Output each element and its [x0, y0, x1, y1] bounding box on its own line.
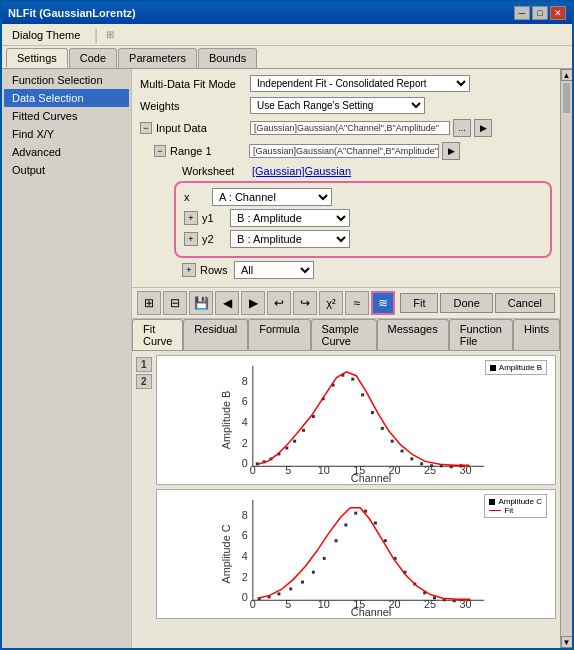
svg-rect-33	[410, 457, 413, 460]
sidebar-item-advanced[interactable]: Advanced	[4, 143, 129, 161]
multi-data-label: Multi-Data Fit Mode	[140, 78, 250, 90]
menu-separator: |	[94, 27, 98, 43]
tab-sample-curve[interactable]: Sample Curve	[311, 319, 377, 350]
tab-parameters[interactable]: Parameters	[118, 48, 197, 68]
tool-btn-redo[interactable]: ↪	[293, 291, 317, 315]
chart-1-svg: Amplitude B 0 2 4 6 8	[157, 356, 555, 484]
title-bar-buttons: ─ □ ✕	[514, 6, 566, 20]
sidebar-item-data-selection[interactable]: Data Selection	[4, 89, 129, 107]
rows-label: Rows	[200, 264, 228, 276]
tab-settings[interactable]: Settings	[6, 48, 68, 68]
tool-btn-next[interactable]: ▶	[241, 291, 265, 315]
fit-button[interactable]: Fit	[400, 293, 438, 313]
svg-text:6: 6	[241, 395, 247, 407]
worksheet-link[interactable]: [Gaussian]Gaussian	[252, 165, 351, 177]
chart-area: 1 2 Amplitude B	[132, 351, 560, 648]
chart-1-legend: Amplitude B	[485, 360, 547, 375]
panel-content: Multi-Data Fit Mode Independent Fit - Co…	[132, 69, 560, 648]
done-button[interactable]: Done	[440, 293, 492, 313]
xy-range-group: x A : Channel + y1	[174, 181, 552, 258]
input-data-browse[interactable]: ...	[453, 119, 471, 137]
range1-arrow[interactable]: ▶	[442, 142, 460, 160]
legend-item-2b: Fit	[489, 506, 542, 515]
multi-data-control: Independent Fit - Consolidated Report	[250, 75, 552, 92]
tab-residual[interactable]: Residual	[183, 319, 248, 350]
svg-text:4: 4	[241, 416, 247, 428]
tool-btn-chi[interactable]: χ²	[319, 291, 343, 315]
sidebar-item-function-selection[interactable]: Function Selection	[4, 71, 129, 89]
rows-expand[interactable]: +	[182, 263, 196, 277]
close-button[interactable]: ✕	[550, 6, 566, 20]
svg-rect-34	[420, 462, 423, 465]
svg-text:Channel: Channel	[350, 606, 390, 618]
multi-data-select[interactable]: Independent Fit - Consolidated Report	[250, 75, 470, 92]
legend-label-2: Amplitude C	[498, 497, 542, 506]
main-tabs: Settings Code Parameters Bounds	[2, 46, 572, 68]
svg-rect-28	[361, 393, 364, 396]
y2-select[interactable]: B : Amplitude	[230, 230, 350, 248]
window-title: NLFit (GaussianLorentz)	[8, 7, 136, 19]
tool-btn-active[interactable]: ≋	[371, 291, 395, 315]
menu-dialog-theme[interactable]: Dialog Theme	[6, 27, 86, 43]
maximize-button[interactable]: □	[532, 6, 548, 20]
svg-text:Amplitude C: Amplitude C	[220, 524, 232, 583]
legend-item-2: Amplitude C	[489, 497, 542, 506]
tab-function-file[interactable]: Function File	[449, 319, 513, 350]
weights-select[interactable]: Use Each Range's Setting	[250, 97, 425, 114]
svg-text:10: 10	[317, 598, 329, 610]
rows-select[interactable]: All	[234, 261, 314, 279]
worksheet-row: Worksheet [Gaussian]Gaussian	[154, 165, 552, 177]
svg-text:0: 0	[241, 457, 247, 469]
sidebar-item-output[interactable]: Output	[4, 161, 129, 179]
y1-label: y1	[202, 212, 230, 224]
sidebar-item-fitted-curves[interactable]: Fitted Curves	[4, 107, 129, 125]
tab-code[interactable]: Code	[69, 48, 117, 68]
chart-2-legend: Amplitude C Fit	[484, 494, 547, 518]
x-select[interactable]: A : Channel	[212, 188, 332, 206]
input-data-header: − Input Data	[140, 122, 250, 134]
tool-btn-approx[interactable]: ≈	[345, 291, 369, 315]
range1-controls: [Gaussian]Gaussian(A"Channel",B"Amplitud…	[249, 142, 460, 160]
rows-row: + Rows All	[154, 261, 552, 279]
svg-text:8: 8	[241, 509, 247, 521]
y1-expand[interactable]: +	[184, 211, 198, 225]
y2-expand[interactable]: +	[184, 232, 198, 246]
legend-line-2	[489, 510, 501, 511]
scroll-thumb[interactable]	[563, 83, 570, 113]
tool-btn-undo[interactable]: ↩	[267, 291, 291, 315]
main-window: NLFit (GaussianLorentz) ─ □ ✕ Dialog The…	[0, 0, 574, 650]
y2-row: + y2 B : Amplitude	[184, 230, 542, 248]
x-row: x A : Channel	[184, 188, 542, 206]
x-label: x	[184, 191, 212, 203]
tab-hints[interactable]: Hints	[513, 319, 560, 350]
chart-number-1[interactable]: 1	[136, 357, 152, 372]
legend-dot-2	[489, 499, 495, 505]
weights-row: Weights Use Each Range's Setting	[140, 97, 552, 114]
title-bar: NLFit (GaussianLorentz) ─ □ ✕	[2, 2, 572, 24]
legend-dot-1	[490, 365, 496, 371]
menu-bar: Dialog Theme | ⊞	[2, 24, 572, 46]
range1-collapse[interactable]: −	[154, 145, 166, 157]
range1-value: [Gaussian]Gaussian(A"Channel",B"Amplitud…	[249, 144, 439, 158]
tool-btn-save[interactable]: 💾	[189, 291, 213, 315]
svg-rect-62	[334, 539, 337, 542]
input-data-arrow[interactable]: ▶	[474, 119, 492, 137]
y1-select[interactable]: B : Amplitude	[230, 209, 350, 227]
scroll-track	[561, 81, 572, 636]
tab-messages[interactable]: Messages	[377, 319, 449, 350]
scroll-up-btn[interactable]: ▲	[561, 69, 573, 81]
tab-fit-curve[interactable]: Fit Curve	[132, 319, 183, 350]
tab-bounds[interactable]: Bounds	[198, 48, 257, 68]
svg-text:5: 5	[285, 464, 291, 476]
sidebar-item-find-xy[interactable]: Find X/Y	[4, 125, 129, 143]
scroll-down-btn[interactable]: ▼	[561, 636, 573, 648]
chart-number-2[interactable]: 2	[136, 374, 152, 389]
tool-btn-prev[interactable]: ◀	[215, 291, 239, 315]
tool-btn-2[interactable]: ⊟	[163, 291, 187, 315]
minimize-button[interactable]: ─	[514, 6, 530, 20]
input-data-section: − Input Data [Gaussian]Gaussian(A"Channe…	[140, 119, 552, 279]
cancel-button[interactable]: Cancel	[495, 293, 555, 313]
tab-formula[interactable]: Formula	[248, 319, 310, 350]
input-data-collapse[interactable]: −	[140, 122, 152, 134]
tool-btn-1[interactable]: ⊞	[137, 291, 161, 315]
